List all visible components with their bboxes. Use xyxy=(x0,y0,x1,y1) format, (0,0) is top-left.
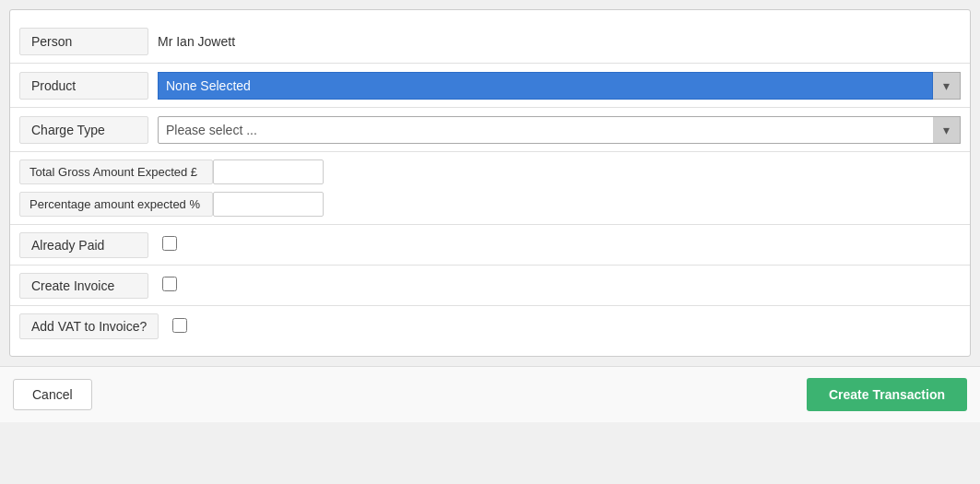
add-vat-checkbox-wrapper xyxy=(159,318,187,336)
person-row: Person Mr Ian Jowett xyxy=(10,19,970,64)
form-container: Person Mr Ian Jowett Product None Select… xyxy=(9,9,971,357)
charge-type-row: Charge Type Please select ... ▾ xyxy=(10,108,970,152)
cancel-button[interactable]: Cancel xyxy=(13,379,92,410)
person-value: Mr Ian Jowett xyxy=(148,29,961,54)
add-vat-label: Add VAT to Invoice? xyxy=(19,313,159,339)
add-vat-row: Add VAT to Invoice? xyxy=(10,306,970,347)
product-select[interactable]: None Selected xyxy=(158,72,933,100)
already-paid-checkbox[interactable] xyxy=(162,236,177,251)
product-label: Product xyxy=(19,72,148,100)
percentage-row: Percentage amount expected % xyxy=(19,192,961,217)
percentage-input[interactable] xyxy=(213,192,324,217)
already-paid-checkbox-wrapper xyxy=(148,236,177,254)
already-paid-label: Already Paid xyxy=(19,232,148,258)
charge-type-label: Charge Type xyxy=(19,116,148,144)
create-invoice-checkbox-wrapper xyxy=(148,277,177,294)
total-gross-label: Total Gross Amount Expected £ xyxy=(19,159,213,184)
create-invoice-row: Create Invoice xyxy=(10,266,970,306)
total-gross-row: Total Gross Amount Expected £ xyxy=(19,159,961,184)
charge-type-select[interactable]: Please select ... xyxy=(158,116,961,144)
person-label: Person xyxy=(19,28,148,55)
amount-section: Total Gross Amount Expected £ Percentage… xyxy=(10,152,970,225)
add-vat-checkbox[interactable] xyxy=(172,318,187,333)
create-transaction-button[interactable]: Create Transaction xyxy=(807,378,967,411)
product-row: Product None Selected ▾ xyxy=(10,64,970,108)
create-invoice-checkbox[interactable] xyxy=(162,277,177,291)
create-invoice-label: Create Invoice xyxy=(19,273,148,299)
already-paid-row: Already Paid xyxy=(10,225,970,266)
charge-type-select-wrapper: Please select ... ▾ xyxy=(158,116,961,144)
total-gross-input[interactable] xyxy=(213,159,324,184)
footer: Cancel Create Transaction xyxy=(0,366,980,422)
product-dropdown-arrow: ▾ xyxy=(933,72,961,100)
percentage-label: Percentage amount expected % xyxy=(19,192,213,217)
product-select-wrapper: None Selected ▾ xyxy=(158,72,961,100)
